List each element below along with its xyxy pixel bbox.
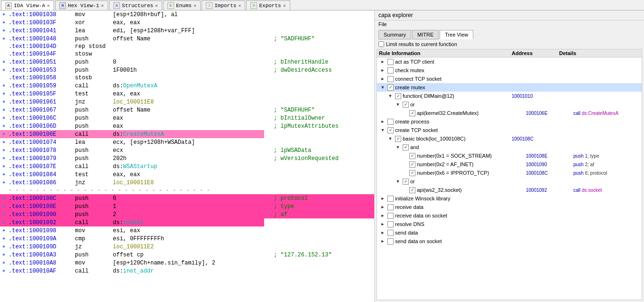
disasm-row[interactable]: ●.text:1000106Dpusheax; lpMutexAttribute…: [0, 122, 374, 130]
tree-checkbox[interactable]: [387, 196, 394, 202]
tree-item[interactable]: number(0x2 = AF_INET)10001090push 2; af: [377, 160, 642, 169]
tree-checkbox[interactable]: [387, 127, 394, 133]
disasm-row[interactable]: ●.text:10001086jnzloc_100011E8: [0, 179, 374, 187]
tree-expand-btn[interactable]: ►: [379, 220, 386, 228]
disasm-row[interactable]: ●.text:10001084testeax, eax: [0, 170, 374, 179]
tree-checkbox[interactable]: [387, 85, 394, 91]
tree-item[interactable]: ▼basic block(loc_1000108C)1000108C: [377, 134, 642, 143]
tree-item[interactable]: ▼and: [377, 143, 642, 151]
tree-expand-btn[interactable]: ►: [379, 203, 386, 211]
tree-expand-btn[interactable]: ►: [379, 237, 386, 245]
disasm-row[interactable]: ●.text:10001053push1F0001h; dwDesiredAcc…: [0, 66, 374, 74]
tree-checkbox[interactable]: [387, 213, 394, 219]
capa-file-menu[interactable]: File: [375, 20, 644, 28]
tab-hex-close[interactable]: ✕: [101, 3, 104, 9]
tab-enums[interactable]: E Enums ✕: [163, 0, 201, 10]
tree-item[interactable]: ▼create TCP socket: [377, 126, 642, 134]
tree-checkbox[interactable]: [387, 67, 394, 74]
tree-expand-btn[interactable]: ►: [379, 58, 386, 66]
tree-expand-btn[interactable]: ►: [379, 212, 386, 219]
capa-tab-mitre[interactable]: MITRE: [412, 30, 439, 39]
disasm-row[interactable]: ●.text:1000109Acmpesi, 0FFFFFFFFh: [0, 235, 374, 243]
tree-checkbox[interactable]: [387, 76, 394, 82]
tree-item[interactable]: ►send data: [377, 228, 642, 237]
disasm-row[interactable]: ●.text:1000108Cpush6; protocol: [0, 194, 374, 202]
tree-expand-btn[interactable]: ►: [379, 66, 386, 74]
tree-item[interactable]: ►resolve DNS: [377, 220, 642, 228]
tree-item[interactable]: number(0x1 = SOCK_STREAM)1000108Epush 1;…: [377, 151, 642, 160]
tab-ida-close[interactable]: ✕: [47, 3, 50, 9]
disasm-row[interactable]: ●.text:1000108Epush1; type: [0, 202, 374, 210]
disasm-row[interactable]: .text:10001058stosb: [0, 74, 374, 82]
tree-expand-btn[interactable]: ▼: [394, 178, 402, 185]
tab-hex-view[interactable]: H Hex View-1 ✕: [55, 0, 108, 10]
disasm-row[interactable]: ●.text:10001092callds:socket: [0, 218, 374, 226]
tree-expand-btn[interactable]: ▼: [386, 92, 394, 100]
tree-expand-btn[interactable]: ►: [379, 195, 386, 202]
tree-checkbox[interactable]: [387, 238, 394, 245]
capa-tab-summary[interactable]: Summary: [378, 30, 411, 39]
tree-item[interactable]: ►receive data: [377, 203, 642, 211]
tree-checkbox[interactable]: [409, 187, 415, 193]
disasm-row[interactable]: ●.text:1000106Ecallds:CreateMutexA: [0, 130, 374, 138]
tree-checkbox[interactable]: [409, 161, 415, 168]
disasm-row[interactable]: ●.text:10001090push2; af: [0, 210, 374, 218]
tree-checkbox[interactable]: [395, 136, 401, 142]
tree-item[interactable]: ▼or: [377, 100, 642, 109]
tree-item[interactable]: ►check mutex: [377, 66, 642, 75]
tree-checkbox[interactable]: [403, 179, 409, 185]
tree-expand-btn[interactable]: ▼: [394, 143, 402, 151]
tree-checkbox[interactable]: [387, 204, 394, 210]
tab-exports[interactable]: X Exports ✕: [246, 0, 290, 10]
disasm-row[interactable]: .text:1000104Drep stosd: [0, 43, 374, 50]
disasm-row[interactable]: ●.text:100010A3pushoffset cp; "127.26.15…: [0, 251, 374, 259]
disasm-row[interactable]: ●.text:1000106Cpusheax; bInitialOwner: [0, 114, 374, 122]
disasm-row[interactable]: ●.text:1000103Fxoreax, eax: [0, 19, 374, 27]
tree-expand-btn[interactable]: ▼: [379, 126, 386, 134]
tree-expand-btn[interactable]: ►: [379, 75, 386, 83]
tree-item[interactable]: ►create process: [377, 117, 642, 126]
limit-function-checkbox[interactable]: [378, 41, 384, 47]
tree-checkbox[interactable]: [387, 221, 394, 227]
disasm-row[interactable]: ●.text:10001074leaecx, [esp+1208h+WSADat…: [0, 138, 374, 146]
tab-ida-view[interactable]: A IDA View-A ✕: [1, 0, 54, 10]
disasm-row[interactable]: ●.text:10001078pushecx; lpWSAData: [0, 146, 374, 154]
disasm-row[interactable]: ●.text:10001061jnzloc_100011E8: [0, 98, 374, 106]
tree-item[interactable]: ▼create mutex: [377, 83, 642, 92]
tab-enum-close[interactable]: ✕: [193, 3, 196, 9]
capa-tree[interactable]: Rule Information Address Details ►act as…: [377, 49, 642, 300]
tree-expand-btn[interactable]: ▼: [379, 84, 386, 91]
tab-imports[interactable]: I Imports ✕: [202, 0, 245, 10]
disasm-row[interactable]: ●.text:10001048pushoffset Name; "SADFHUH…: [0, 35, 374, 43]
tree-item[interactable]: number(0x6 = IPPROTO_TCP)1000108Cpush 6;…: [377, 169, 642, 177]
disasm-row[interactable]: ●.text:10001067pushoffset Name; "SADFHUH…: [0, 106, 374, 114]
tree-checkbox[interactable]: [395, 93, 401, 99]
disasm-row[interactable]: ●.text:100010AFcallds:inet_addr: [0, 267, 374, 275]
disasm-row[interactable]: ●.text:10001079push202h; wVersionRequest…: [0, 154, 374, 162]
tree-checkbox[interactable]: [409, 153, 415, 159]
tree-item[interactable]: ▼function( DllMain@12)10001010: [377, 92, 642, 100]
disasm-row[interactable]: ●.text:10001038mov[esp+1208h+buf], al: [0, 10, 374, 19]
tree-item[interactable]: ►send data on socket: [377, 237, 642, 245]
tree-item[interactable]: api(kernel32.CreateMutex)1000106Ecall ds…: [377, 109, 642, 117]
tree-expand-btn[interactable]: ►: [379, 118, 386, 125]
disasm-row[interactable]: ●.text:10001059callds:OpenMutexA: [0, 82, 374, 90]
tree-expand-btn[interactable]: ►: [379, 229, 386, 236]
tree-checkbox[interactable]: [403, 144, 409, 151]
tree-checkbox[interactable]: [403, 102, 409, 108]
tree-checkbox[interactable]: [409, 170, 415, 176]
disasm-row[interactable]: ●.text:1000105Ftesteax, eax: [0, 90, 374, 98]
disasm-row[interactable]: .text:1000104Fstosw: [0, 50, 374, 58]
disasm-row[interactable]: ●.text:1000109Djzloc_100011E2: [0, 243, 374, 251]
tab-structures[interactable]: A Structures ✕: [109, 0, 162, 10]
capa-tab-treeview[interactable]: Tree View: [440, 30, 473, 39]
tab-struct-close[interactable]: ✕: [155, 3, 158, 9]
disasm-row[interactable]: ●.text:10001098movesi, eax: [0, 226, 374, 235]
disasm-row[interactable]: ●.text:100010A8mov[esp+120Ch+name.sin_fa…: [0, 259, 374, 267]
tree-checkbox[interactable]: [387, 230, 394, 236]
tree-item[interactable]: ►connect TCP socket: [377, 75, 642, 83]
tree-checkbox[interactable]: [387, 119, 394, 125]
disasm-row[interactable]: ●.text:10001041leaedi, [esp+1208h+var_FF…: [0, 27, 374, 35]
tree-item[interactable]: ►initialize Winsock library: [377, 194, 642, 203]
tree-checkbox[interactable]: [409, 110, 415, 116]
